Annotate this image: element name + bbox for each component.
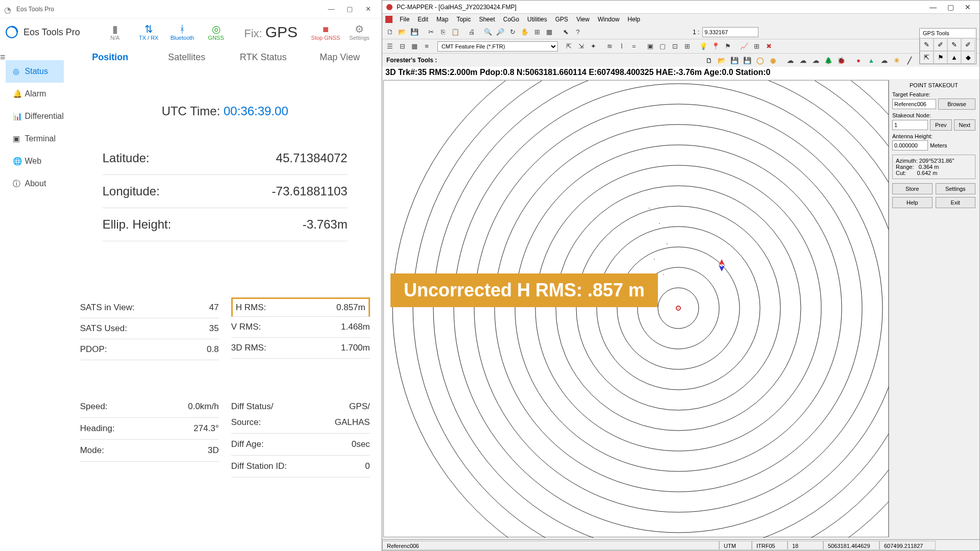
target-input[interactable]	[892, 99, 936, 109]
sidebar-item-alarm[interactable]: 🔔Alarm	[6, 83, 64, 105]
box2-icon[interactable]: ▢	[657, 41, 668, 52]
print-icon[interactable]: 🖨	[466, 27, 477, 38]
ft-red-icon[interactable]: ●	[853, 55, 864, 66]
table-icon[interactable]: ▦	[409, 41, 420, 52]
zoomout-icon[interactable]: 🔎	[495, 27, 506, 38]
copy-icon[interactable]: ⎘	[437, 27, 449, 38]
paste-icon[interactable]: 📋	[450, 27, 461, 38]
stakeout-settings-button[interactable]: Settings	[936, 183, 976, 194]
gt-8-icon[interactable]: ◆	[961, 51, 975, 64]
chart2-icon[interactable]: 📈	[739, 41, 750, 52]
na-button[interactable]: ▮N/A	[98, 23, 132, 41]
ft-open-icon[interactable]: 📂	[716, 55, 727, 66]
pan-icon[interactable]: ✋	[519, 27, 530, 38]
pointer-icon[interactable]: ⬉	[560, 27, 571, 38]
stop-gnss-button[interactable]: ■Stop GNSS	[309, 23, 342, 41]
minimize-button[interactable]: —	[322, 2, 340, 16]
maximize-button[interactable]: ▢	[340, 2, 359, 16]
extent-icon[interactable]: ⊞	[531, 27, 543, 38]
pin-icon[interactable]: 📍	[710, 41, 721, 52]
menu-sheet[interactable]: Sheet	[475, 16, 499, 23]
hamburger-button[interactable]: ≡	[0, 46, 6, 551]
ft-tree-icon[interactable]: 🌲	[823, 55, 834, 66]
list-icon[interactable]: ☰	[384, 41, 396, 52]
node-input[interactable]	[892, 120, 928, 130]
ft-circle1-icon[interactable]: ◯	[754, 55, 766, 66]
tab-position[interactable]: Position	[72, 52, 149, 63]
ft-save2-icon[interactable]: 💾	[742, 55, 753, 66]
menu-window[interactable]: Window	[594, 16, 624, 23]
sidebar-item-about[interactable]: ⓘAbout	[6, 172, 64, 195]
feature-file-select[interactable]: CMT Feature File (*.FTR)	[437, 41, 558, 52]
red-icon[interactable]: ✖	[763, 41, 774, 52]
ft-line-icon[interactable]: ╱	[904, 55, 915, 66]
menu-gps[interactable]: GPS	[551, 16, 572, 23]
cut-icon[interactable]: ✂	[425, 27, 436, 38]
bulb-icon[interactable]: 💡	[698, 41, 709, 52]
ft-save-icon[interactable]: 💾	[729, 55, 740, 66]
next-button[interactable]: Next	[954, 119, 976, 131]
pcm-close[interactable]: ✕	[959, 3, 976, 11]
gt-2-icon[interactable]: ✐	[934, 38, 947, 51]
txrx-button[interactable]: ⇅TX / RX	[132, 23, 165, 41]
sidebar-item-terminal[interactable]: ▣Terminal	[6, 128, 64, 150]
help-icon[interactable]: ?	[572, 27, 583, 38]
map-canvas[interactable]: Uncorrected H RMS: .857 m	[383, 80, 889, 537]
open-icon[interactable]: 📂	[397, 27, 408, 38]
import-icon[interactable]: ⇲	[575, 41, 586, 52]
gt-3-icon[interactable]: ✎	[947, 38, 961, 51]
export-icon[interactable]: ⇱	[563, 41, 574, 52]
ft-sun-icon[interactable]: ☀	[891, 55, 902, 66]
pcm-maximize[interactable]: ▢	[942, 3, 959, 11]
tab-map-view[interactable]: Map View	[302, 52, 378, 63]
menu-edit[interactable]: Edit	[413, 16, 432, 23]
sidebar-item-web[interactable]: 🌐Web	[6, 150, 64, 172]
tab-rtk-status[interactable]: RTK Status	[225, 52, 302, 63]
store-button[interactable]: Store	[892, 183, 933, 194]
box4-icon[interactable]: ⊞	[681, 41, 693, 52]
sidebar-item-differential[interactable]: 📊Differential	[6, 105, 64, 128]
snap-icon[interactable]: ✦	[587, 41, 599, 52]
antenna-input[interactable]	[892, 140, 928, 151]
new-icon[interactable]: 🗋	[384, 27, 396, 38]
stakeout-help-button[interactable]: Help	[892, 197, 933, 208]
ft-cloud4-icon[interactable]: ☁	[878, 55, 890, 66]
exit-button[interactable]: Exit	[936, 197, 976, 208]
sidebar-item-status[interactable]: ◎Status	[6, 60, 64, 83]
zoomin-icon[interactable]: 🔍	[482, 27, 494, 38]
tab-satellites[interactable]: Satellites	[149, 52, 225, 63]
browse-button[interactable]: Browse	[938, 98, 975, 110]
scale-input[interactable]	[702, 27, 758, 37]
equal-icon[interactable]: =	[628, 41, 640, 52]
gt-1-icon[interactable]: ✎	[920, 38, 934, 51]
menu-map[interactable]: Map	[432, 16, 452, 23]
prev-button[interactable]: Prev	[930, 119, 952, 131]
refresh-icon[interactable]: ↻	[507, 27, 518, 38]
sheet-icon[interactable]: ⊞	[751, 41, 762, 52]
ft-cloud2-icon[interactable]: ☁	[797, 55, 808, 66]
gt-4-icon[interactable]: ✐	[961, 38, 975, 51]
lines-icon[interactable]: ≡	[421, 41, 432, 52]
settings-button[interactable]: ⚙Settings	[342, 23, 376, 41]
menu-view[interactable]: View	[572, 16, 594, 23]
save-icon[interactable]: 💾	[409, 27, 420, 38]
menu-cogo[interactable]: CoGo	[499, 16, 523, 23]
gnss-button[interactable]: ◎GNSS	[199, 23, 233, 41]
menu-file[interactable]: File	[396, 16, 413, 23]
gt-7-icon[interactable]: ▲	[947, 51, 961, 64]
pcm-minimize[interactable]: —	[924, 3, 942, 11]
menu-topic[interactable]: Topic	[452, 16, 475, 23]
box1-icon[interactable]: ▣	[645, 41, 656, 52]
gt-6-icon[interactable]: ⚑	[934, 51, 947, 64]
water-icon[interactable]: ≋	[604, 41, 615, 52]
menu-help[interactable]: Help	[624, 16, 645, 23]
grid-icon[interactable]: ▦	[544, 27, 555, 38]
close-button[interactable]: ✕	[359, 2, 377, 16]
tree-icon[interactable]: ⊟	[397, 41, 408, 52]
ft-circle2-icon[interactable]: ◉	[767, 55, 778, 66]
bluetooth-button[interactable]: ᚼBluetooth	[165, 23, 199, 41]
ft-bug-icon[interactable]: 🐞	[836, 55, 847, 66]
ft-cloud1-icon[interactable]: ☁	[785, 55, 796, 66]
menu-utilities[interactable]: Utilities	[523, 16, 551, 23]
box3-icon[interactable]: ⊡	[669, 41, 680, 52]
